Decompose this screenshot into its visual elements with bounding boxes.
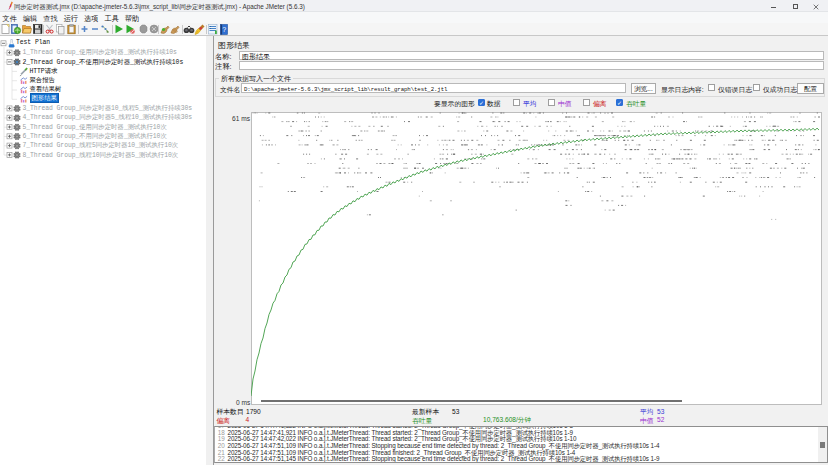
svg-text:?: ?	[222, 26, 226, 33]
